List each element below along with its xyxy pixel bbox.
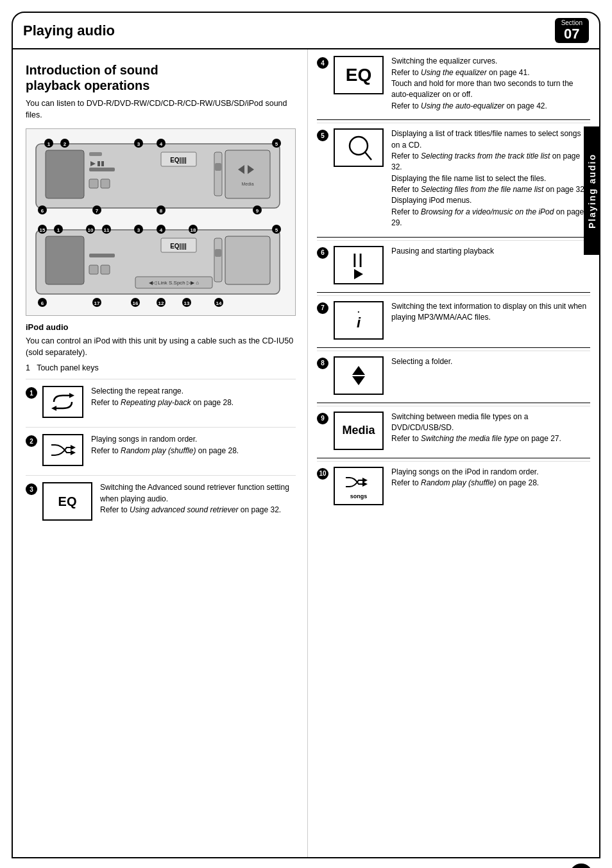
svg-rect-6: [89, 179, 98, 188]
section-number: 07: [564, 26, 579, 42]
right-feature-desc-8: Selecting a folder.: [391, 356, 590, 367]
svg-rect-2: [225, 150, 270, 198]
page-header: Playing audio Section 07: [12, 12, 600, 49]
up-down-arrows: [352, 366, 365, 385]
svg-text:18: 18: [190, 227, 196, 233]
svg-text:12: 12: [158, 300, 164, 306]
svg-point-79: [350, 137, 368, 155]
divider-6-7: [317, 292, 590, 293]
svg-rect-42: [89, 254, 115, 257]
right-feature-desc-10: Playing songs on the iPod in random orde…: [391, 467, 590, 489]
srtrv-text: EQ: [58, 494, 77, 509]
svg-marker-77: [71, 450, 76, 455]
right-feature-num-6: 6: [317, 247, 328, 259]
svg-text:14: 14: [216, 300, 221, 306]
svg-text:13: 13: [183, 300, 189, 306]
right-feature-desc-5: Displaying a list of track titles/file n…: [391, 128, 590, 229]
ipod-intro: You can control an iPod with this unit b…: [26, 336, 296, 358]
right-column: 4 EQ Switching the equalizer curves. Ref…: [308, 49, 599, 857]
svg-line-80: [365, 152, 371, 160]
svg-text:9: 9: [255, 208, 259, 214]
svg-text:17: 17: [94, 300, 99, 306]
svg-text:4: 4: [159, 141, 162, 147]
svg-rect-9: [215, 163, 221, 171]
svg-text:1: 1: [47, 141, 50, 147]
right-feature-num-5: 5: [317, 130, 328, 141]
page-number-badge: 17: [570, 864, 593, 868]
svg-text:6: 6: [40, 208, 44, 214]
svg-rect-43: [89, 265, 98, 274]
play-triangle: [354, 269, 363, 279]
device-diagram-top: EQ|||| Media 1 2: [33, 134, 289, 218]
arrow-down: [352, 376, 365, 385]
arrow-up: [352, 366, 365, 375]
right-feature-row-8: 8 Selecting a folder.: [317, 351, 590, 395]
section-badge: Section 07: [555, 18, 589, 43]
svg-text:Media: Media: [241, 182, 253, 186]
svg-text:2: 2: [63, 141, 66, 147]
svg-text:EQ||||: EQ||||: [170, 243, 187, 250]
feature-desc-3: Switching the Advanced sound retriever f…: [100, 482, 296, 516]
right-feature-desc-4: Switching the equalizer curves. Refer to…: [391, 56, 590, 112]
right-feature-num-9: 9: [317, 413, 328, 424]
svg-rect-37: [225, 236, 270, 284]
svg-marker-82: [362, 478, 368, 483]
svg-rect-8: [214, 152, 222, 196]
svg-text:3: 3: [137, 141, 140, 147]
ipod-label: iPod audio: [26, 322, 296, 332]
feature-num-2: 2: [26, 435, 37, 447]
svg-text:1: 1: [56, 227, 60, 233]
svg-rect-5: [89, 168, 115, 171]
feature-row-1: 1 Selecting the repeat range. Refer to R…: [26, 379, 296, 418]
right-feature-num-7: 7: [317, 302, 328, 314]
svg-rect-7: [101, 179, 110, 188]
svg-text:15: 15: [39, 227, 45, 233]
sidebar-label: Playing audio: [584, 126, 600, 255]
feature-num-3: 3: [26, 483, 37, 495]
svg-rect-33: [98, 161, 100, 166]
svg-text:7: 7: [95, 208, 98, 214]
right-feature-row-5: 5 Displaying a list of track titles/file…: [317, 123, 590, 229]
svg-rect-31: [89, 152, 102, 156]
divider-9-10: [317, 458, 590, 458]
svg-text:6: 6: [40, 300, 44, 306]
right-feature-icon-updown: [334, 356, 384, 395]
left-column: Introduction of soundplayback operations…: [13, 49, 308, 857]
svg-rect-1: [46, 150, 84, 198]
feature-desc-1: Selecting the repeat range. Refer to Rep…: [91, 386, 296, 408]
right-feature-icon-pause-play: ||: [334, 246, 384, 284]
feature-icon-srtrv: EQ: [42, 482, 92, 521]
svg-text:10: 10: [87, 227, 93, 233]
section-title: Introduction of soundplayback operations: [26, 62, 296, 93]
svg-marker-76: [51, 406, 56, 411]
right-col-inner: 4 EQ Switching the equalizer curves. Ref…: [317, 56, 590, 512]
right-feature-icon-songs: songs: [334, 467, 384, 505]
feature-desc-2: Playing songs in random order. Refer to …: [91, 434, 296, 456]
divider-8-9: [317, 403, 590, 403]
svg-text:◀◁ Link S.Spch ▷▶ ⌂: ◀◁ Link S.Spch ▷▶ ⌂: [148, 280, 198, 286]
eq-text: EQ: [346, 65, 371, 85]
songs-label: songs: [350, 493, 368, 499]
device-diagram-area: EQ|||| Media 1 2: [26, 128, 296, 316]
svg-text:EQ||||: EQ||||: [170, 157, 187, 164]
svg-text:8: 8: [159, 208, 162, 214]
svg-rect-44: [101, 265, 110, 274]
main-content: Introduction of soundplayback operations…: [12, 49, 600, 858]
intro-text: You can listen to DVD-R/DVD-RW/CD/CD-R/C…: [26, 98, 296, 121]
divider-5-6: [317, 237, 590, 238]
right-feature-num-4: 4: [317, 57, 328, 69]
right-feature-row-4: 4 EQ Switching the equalizer curves. Ref…: [317, 56, 590, 112]
right-feature-desc-7: Switching the text information to displa…: [391, 301, 590, 324]
right-feature-desc-6: Pausing and starting playback: [391, 246, 590, 257]
feature-num-1: 1: [26, 387, 37, 399]
device-diagram-bottom: EQ|||| ◀◁ Link S.Spch ▷▶ ⌂ 15 1 10 11: [33, 220, 289, 310]
pause-play-icon: ||: [353, 251, 364, 279]
feature-row-2: 2 Playing songs in random order. Refer t…: [26, 427, 296, 466]
right-feature-desc-9: Switching between media file types on a …: [391, 412, 590, 445]
svg-marker-75: [69, 393, 74, 398]
info-i: i: [357, 315, 361, 331]
svg-text:5: 5: [275, 141, 278, 147]
divider-4-5: [317, 119, 590, 120]
page-title: Playing audio: [23, 22, 115, 39]
right-feature-row-7: 7 • i Switching the text information to …: [317, 295, 590, 340]
